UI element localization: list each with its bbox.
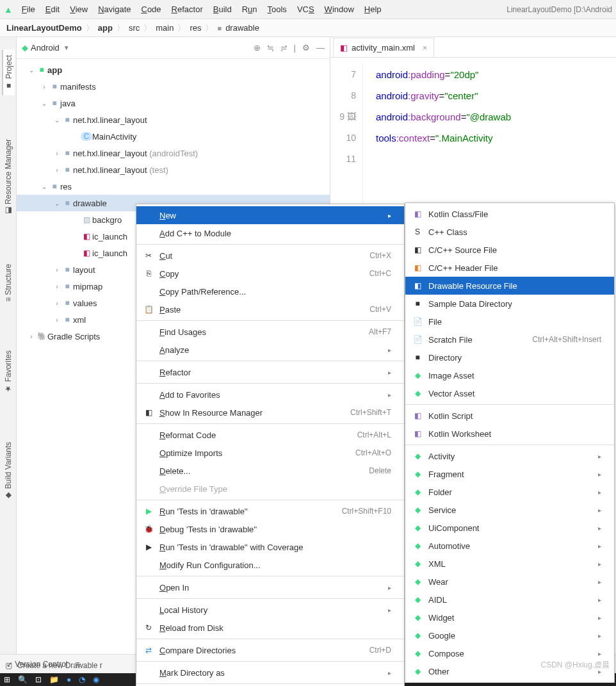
menu-help[interactable]: Help	[361, 2, 385, 17]
menu-item-add-to-favorites[interactable]: Add to Favorites▸	[136, 386, 404, 404]
hide-icon[interactable]: —	[316, 43, 325, 53]
menu-item-optimize-imports[interactable]: Optimize ImportsCtrl+Alt+O	[136, 444, 404, 462]
menu-item-mark-directory-as[interactable]: Mark Directory as▸	[136, 664, 404, 682]
submenu-item-c-c-source-file[interactable]: ◧C/C++ Source File	[405, 241, 614, 259]
menu-run[interactable]: Run	[238, 2, 261, 17]
menu-build[interactable]: Build	[209, 2, 236, 17]
crumb-drawable[interactable]: drawable	[225, 23, 259, 33]
search-icon[interactable]: 🔍	[18, 675, 28, 684]
tree-pkg2[interactable]: ›■net.hxl.linear_layout (androidTest)	[17, 145, 330, 161]
menu-item-cut[interactable]: ✂CutCtrl+X	[136, 247, 404, 265]
menu-item-compare-directories[interactable]: ⇄Compare DirectoriesCtrl+D	[136, 641, 404, 659]
submenu-item-directory[interactable]: ■Directory	[405, 348, 614, 366]
dropdown-icon[interactable]: ▼	[63, 44, 70, 51]
menu-item-open-in[interactable]: Open In▸	[136, 578, 404, 596]
crumb-main[interactable]: main	[156, 23, 174, 33]
submenu-item-kotlin-class-file[interactable]: ◧Kotlin Class/File	[405, 205, 614, 223]
tree-res[interactable]: ⌄■res	[17, 178, 330, 195]
menu-refactor[interactable]: Refactor	[168, 2, 207, 17]
menu-item-reload-from-disk[interactable]: ↻Reload from Disk	[136, 619, 404, 637]
menu-item-debug-tests-in-drawable-[interactable]: 🐞Debug 'Tests in 'drawable''	[136, 520, 404, 538]
tab-project[interactable]: ■ Project	[2, 50, 15, 95]
submenu-item-c-class[interactable]: SC++ Class	[405, 223, 614, 241]
menu-vcs[interactable]: VCS	[293, 2, 318, 17]
crumb-root[interactable]: LinearLayoutDemo	[6, 23, 82, 33]
menu-item-find-usages[interactable]: Find UsagesAlt+F7	[136, 323, 404, 341]
crumb-res[interactable]: res	[190, 23, 201, 33]
submenu-item-fragment[interactable]: ◆Fragment▸	[405, 465, 614, 483]
submenu-item-kotlin-worksheet[interactable]: ◧Kotlin Worksheet	[405, 425, 614, 443]
submenu-item-activity[interactable]: ◆Activity▸	[405, 447, 614, 465]
submenu-item-vector-asset[interactable]: ◆Vector Asset	[405, 384, 614, 402]
target-icon[interactable]: ⊕	[254, 43, 261, 53]
windows-start-icon[interactable]: ⊞	[4, 675, 10, 684]
edge-icon[interactable]: ◔	[79, 675, 85, 684]
tab-favorites[interactable]: ★ Favorites	[3, 345, 14, 398]
submenu-item-automotive[interactable]: ◆Automotive▸	[405, 537, 614, 555]
menu-code[interactable]: Code	[138, 2, 165, 17]
tab-build-variants[interactable]: ◆ Build Variants	[3, 437, 14, 505]
submenu-item-uicomponent[interactable]: ◆UiComponent▸	[405, 519, 614, 537]
submenu-item-drawable-resource-file[interactable]: ◧Drawable Resource File	[405, 277, 614, 295]
tree-pkg3[interactable]: ›■net.hxl.linear_layout (test)	[17, 161, 330, 178]
menu-file[interactable]: File	[18, 2, 39, 17]
menu-item-new[interactable]: New▸	[136, 206, 404, 224]
submenu-item-folder[interactable]: ◆Folder▸	[405, 483, 614, 501]
menu-item-refactor[interactable]: Refactor▸	[136, 363, 404, 381]
editor-tab-activity-main[interactable]: ◧ activity_main.xml ×	[333, 38, 434, 57]
explorer-icon[interactable]: 📁	[49, 675, 59, 684]
app2-icon[interactable]: ◉	[93, 675, 99, 684]
menu-item-modify-run-configuration-[interactable]: Modify Run Configuration...	[136, 556, 404, 574]
menu-edit[interactable]: Edit	[42, 2, 63, 17]
menu-item-run-tests-in-drawable-with-coverage[interactable]: ▶Run 'Tests in 'drawable'' with Coverage	[136, 538, 404, 556]
tree-pkg1[interactable]: ⌄■net.hxl.linear_layout	[17, 111, 330, 128]
menu-item-copy[interactable]: ⎘CopyCtrl+C	[136, 265, 404, 282]
submenu-item-service[interactable]: ◆Service▸	[405, 501, 614, 519]
menu-navigate[interactable]: Navigate	[94, 2, 134, 17]
tree-manifests[interactable]: ›■manifests	[17, 78, 330, 95]
tab-label: activity_main.xml	[352, 43, 415, 53]
submenu-item-c-c-header-file[interactable]: ◧C/C++ Header File	[405, 259, 614, 277]
menu-view[interactable]: View	[66, 2, 92, 17]
app-icon[interactable]: ●	[67, 675, 71, 684]
tree-main-activity[interactable]: CMainActivity	[17, 128, 330, 145]
menu-tools[interactable]: Tools	[264, 2, 291, 17]
panel-title[interactable]: Android	[31, 43, 60, 53]
menu-item-analyze[interactable]: Analyze▸	[136, 341, 404, 359]
submenu-item-file[interactable]: 📄File	[405, 313, 614, 331]
submenu-item-aidl[interactable]: ◆AIDL▸	[405, 591, 614, 608]
submenu-item-kotlin-script[interactable]: ◧Kotlin Script	[405, 407, 614, 425]
window-title: LinearLayoutDemo [D:\Android	[507, 5, 612, 14]
submenu-item-xml[interactable]: ◆XML▸	[405, 555, 614, 573]
menu-item-override-file-type[interactable]: Override File Type	[136, 480, 404, 498]
tree-java[interactable]: ⌄■java	[17, 95, 330, 111]
menu-item-delete-[interactable]: Delete...Delete	[136, 462, 404, 480]
expand-icon[interactable]: ≒	[267, 43, 274, 53]
submenu-item-google[interactable]: ◆Google▸	[405, 626, 614, 644]
submenu-item-wear[interactable]: ◆Wear▸	[405, 573, 614, 591]
new-submenu: ◧Kotlin Class/FileSC++ Class◧C/C++ Sourc…	[405, 202, 615, 683]
crumb-src[interactable]: src	[129, 23, 140, 33]
menu-item-run-tests-in-drawable-[interactable]: ▶Run 'Tests in 'drawable''Ctrl+Shift+F10	[136, 502, 404, 520]
submenu-item-widget[interactable]: ◆Widget▸	[405, 608, 614, 626]
menu-item-reformat-code[interactable]: Reformat CodeCtrl+Alt+L	[136, 426, 404, 444]
collapse-icon[interactable]: ≓	[280, 43, 288, 53]
menu-item-add-c-to-module[interactable]: Add C++ to Module	[136, 224, 404, 242]
close-icon[interactable]: ×	[423, 44, 427, 53]
menu-item-local-history[interactable]: Local History▸	[136, 601, 404, 619]
tree-app[interactable]: ⌄■app	[17, 61, 330, 78]
menu-window[interactable]: Window	[321, 2, 358, 17]
gear-icon[interactable]: ⚙	[302, 43, 310, 53]
submenu-item-image-asset[interactable]: ◆Image Asset	[405, 366, 614, 384]
submenu-item-sample-data-directory[interactable]: ■Sample Data Directory	[405, 295, 614, 313]
tab-structure[interactable]: ≡ Structure	[3, 259, 14, 307]
tab-resource-manager[interactable]: ◧ Resource Manager	[3, 134, 14, 220]
taskview-icon[interactable]: ⊡	[35, 675, 42, 684]
crumb-app[interactable]: app	[98, 23, 113, 33]
image-icon: 🖼	[347, 111, 356, 122]
menu-item-copy-path-reference-[interactable]: Copy Path/Reference...	[136, 282, 404, 300]
menu-item-paste[interactable]: 📋PasteCtrl+V	[136, 300, 404, 318]
menu-item-show-in-resource-manager[interactable]: ◧Show In Resource ManagerCtrl+Shift+T	[136, 404, 404, 421]
submenu-item-scratch-file[interactable]: 📄Scratch FileCtrl+Alt+Shift+Insert	[405, 331, 614, 348]
android-logo-icon: ▲	[4, 4, 13, 15]
